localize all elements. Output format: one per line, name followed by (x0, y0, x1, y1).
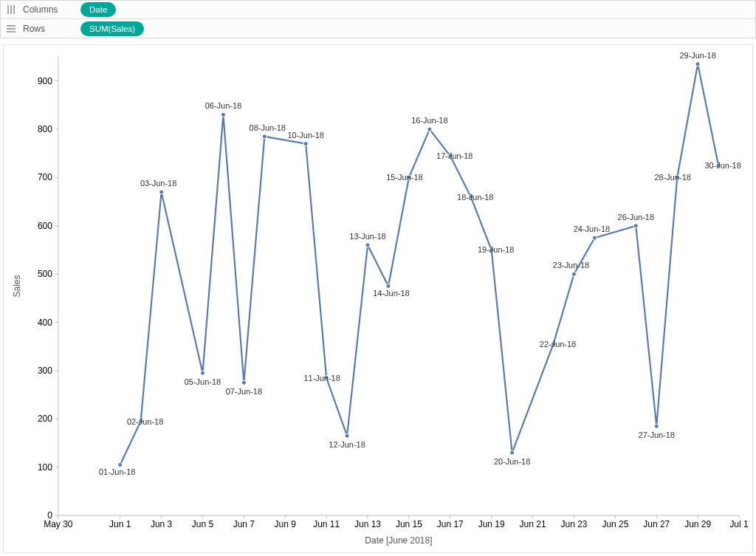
point-label: 16-Jun-18 (411, 116, 447, 125)
point-label: 24-Jun-18 (574, 224, 610, 233)
point-label: 11-Jun-18 (303, 374, 340, 382)
rows-shelf[interactable]: Rows SUM(Sales) (0, 19, 756, 38)
y-tick-label: 500 (38, 269, 52, 279)
data-point[interactable] (241, 380, 246, 385)
point-label: 05-Jun-18 (185, 377, 221, 386)
data-point[interactable] (695, 62, 700, 66)
y-tick-label: 900 (38, 76, 52, 86)
point-label: 14-Jun-18 (373, 289, 409, 298)
x-tick-label: Jun 3 (151, 519, 173, 529)
point-label: 26-Jun-18 (618, 213, 654, 222)
x-tick-label: Jun 15 (396, 519, 422, 529)
x-tick-label: Jun 19 (478, 519, 505, 529)
point-label: 19-Jun-18 (478, 245, 514, 254)
y-axis-title: Sales (12, 275, 22, 298)
columns-shelf-label: Columns (23, 4, 75, 15)
point-label: 02-Jun-18 (127, 417, 163, 426)
x-tick-label: Jun 5 (192, 519, 214, 529)
point-label: 01-Jun-18 (99, 467, 135, 476)
data-point[interactable] (592, 236, 597, 240)
point-label: 27-Jun-18 (639, 430, 675, 439)
point-label: 30-Jun-18 (704, 161, 740, 170)
data-point[interactable] (345, 433, 349, 438)
y-tick-label: 700 (38, 172, 52, 182)
point-label: 23-Jun-18 (553, 261, 589, 270)
columns-shelf[interactable]: Columns Date (0, 0, 756, 19)
point-label: 29-Jun-18 (679, 51, 715, 60)
x-tick-label: Jun 13 (354, 519, 381, 529)
x-tick-label: Jun 17 (437, 519, 464, 529)
data-point[interactable] (303, 142, 308, 146)
point-label: 13-Jun-18 (349, 232, 385, 241)
data-point[interactable] (510, 450, 515, 455)
data-point[interactable] (159, 190, 164, 194)
rows-pill-sales[interactable]: SUM(Sales) (80, 21, 144, 36)
point-label: 12-Jun-18 (329, 440, 365, 449)
point-label: 06-Jun-18 (205, 101, 241, 110)
point-label: 28-Jun-18 (655, 173, 691, 182)
point-label: 07-Jun-18 (226, 387, 262, 396)
point-label: 17-Jun-18 (436, 151, 472, 160)
rows-icon (5, 23, 17, 35)
x-tick-label: Jun 1 (109, 519, 131, 529)
x-tick-label: Jun 9 (275, 519, 297, 529)
data-point[interactable] (654, 424, 659, 428)
x-tick-label: Jun 11 (313, 519, 340, 529)
data-point[interactable] (386, 284, 391, 289)
point-label: 20-Jun-18 (494, 457, 530, 466)
point-label: 10-Jun-18 (287, 131, 323, 140)
point-label: 22-Jun-18 (540, 340, 576, 349)
x-tick-label: May 30 (44, 519, 73, 529)
y-tick-label: 200 (38, 413, 52, 424)
data-point[interactable] (427, 127, 432, 131)
y-tick-label: 100 (38, 462, 52, 473)
x-axis-title: Date [June 2018] (365, 535, 432, 546)
rows-shelf-label: Rows (23, 24, 75, 34)
x-tick-label: Jun 7 (233, 519, 255, 529)
data-point[interactable] (571, 272, 576, 276)
y-tick-label: 800 (38, 124, 52, 134)
y-tick-label: 600 (38, 221, 52, 231)
x-tick-label: Jun 27 (643, 519, 670, 529)
line-chart: 0100200300400500600700800900May 30Jun 1J… (4, 45, 752, 552)
data-point[interactable] (200, 371, 205, 375)
point-label: 08-Jun-18 (250, 123, 286, 132)
x-tick-label: Jun 25 (602, 519, 628, 529)
columns-pill-date[interactable]: Date (80, 2, 116, 17)
x-tick-label: Jun 23 (561, 519, 588, 529)
x-tick-label: Jun 21 (520, 519, 546, 529)
x-tick-label: Jul 1 (729, 519, 749, 529)
point-label: 03-Jun-18 (140, 179, 176, 188)
columns-icon (5, 4, 17, 16)
data-point[interactable] (262, 134, 267, 139)
data-point[interactable] (221, 112, 225, 117)
point-label: 18-Jun-18 (457, 193, 493, 202)
y-tick-label: 400 (38, 318, 52, 328)
y-tick-label: 300 (38, 365, 52, 376)
data-point[interactable] (118, 462, 123, 467)
point-label: 15-Jun-18 (386, 173, 422, 182)
chart-area[interactable]: 0100200300400500600700800900May 30Jun 1J… (3, 44, 753, 553)
x-tick-label: Jun 29 (684, 519, 711, 529)
data-point[interactable] (633, 224, 638, 228)
data-point[interactable] (365, 243, 370, 247)
